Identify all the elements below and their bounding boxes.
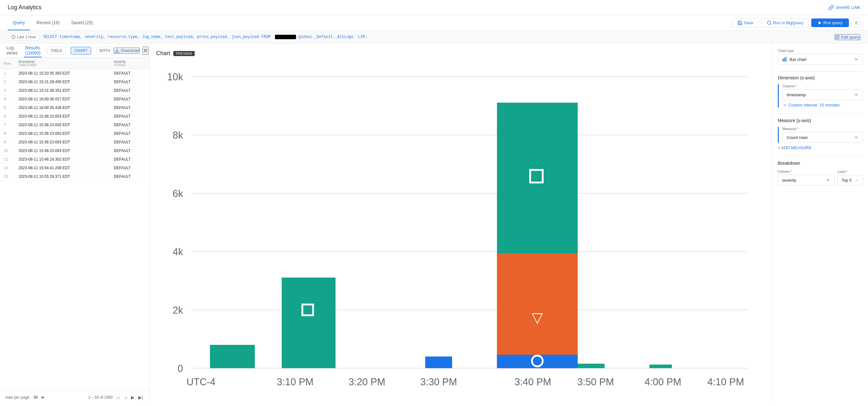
cell-severity: DEFAULT	[110, 121, 150, 129]
breakdown-column-label: Column *	[778, 169, 835, 174]
cell-row: 6	[0, 112, 15, 121]
download-button[interactable]: Download	[114, 48, 140, 54]
close-button[interactable]: ✕	[143, 46, 149, 55]
chart-type-label: Chart type	[778, 49, 863, 53]
rows-per-page-label: rows per page:	[5, 395, 30, 400]
dimension-title: Dimension (x-axis)	[778, 75, 863, 80]
chart-type-value: Bar chart	[789, 57, 806, 62]
dropdown-icon-4	[826, 178, 831, 183]
cell-timestamp: 2023-08-11 15:36:23.693 EDT	[15, 121, 110, 129]
share-link-button[interactable]: SHARE LINK	[828, 5, 860, 10]
tab-results[interactable]: Results (10000)	[24, 44, 42, 57]
main-layout: Log views Results (10000) TABLE CHART BO…	[0, 44, 868, 404]
view-tabs-left: Log views Results (10000) TABLE CHART BO…	[5, 44, 114, 57]
svg-text:▽: ▽	[532, 309, 543, 326]
tab-query[interactable]: Query	[8, 15, 30, 30]
measure-label: Measure *	[783, 127, 863, 131]
dropdown-icon	[854, 57, 859, 62]
tab-saved[interactable]: Saved (25)	[66, 15, 98, 30]
measure-select[interactable]: Count rows	[783, 132, 863, 143]
cell-severity: DEFAULT	[110, 103, 150, 112]
svg-text:10k: 10k	[167, 71, 183, 83]
query-text: SELECT timestamp, severity, resource.typ…	[43, 35, 831, 39]
cell-timestamp: 2023-08-11 15:36:23.693 EDT	[15, 112, 110, 121]
tab-both-button[interactable]: BOTH	[96, 47, 114, 55]
page-nav: 1 – 50 of 1000 |◀ ◀ ▶ ▶|	[88, 394, 144, 401]
svg-text:4:00 PM: 4:00 PM	[645, 376, 681, 387]
query-bar: Last 1 hour SELECT timestamp, severity, …	[0, 31, 868, 44]
cell-row: 2	[0, 78, 15, 86]
cell-row: 9	[0, 138, 15, 147]
cell-severity: DEFAULT	[110, 138, 150, 147]
table-row: 10 2023-08-11 15:36:23.693 EDT DEFAULT	[0, 147, 150, 155]
breakdown-limit-group: Limit * Top 5	[837, 170, 863, 185]
dimension-column-select[interactable]: timestamp	[783, 89, 863, 100]
cell-severity: DEFAULT	[110, 95, 150, 103]
svg-text:8k: 8k	[173, 130, 183, 141]
cell-severity: DEFAULT	[110, 164, 150, 173]
tabs-row: Query Recent (16) Saved (25) Save Run in…	[0, 15, 868, 31]
cell-severity: DEFAULT	[110, 129, 150, 138]
svg-text:3:20 PM: 3:20 PM	[349, 376, 385, 387]
cell-timestamp: 2023-08-11 15:54:41.208 EDT	[15, 164, 110, 173]
run-query-button[interactable]: Run query	[811, 19, 849, 27]
tab-log-views[interactable]: Log views	[5, 44, 19, 57]
table-row: 7 2023-08-11 15:36:23.693 EDT DEFAULT	[0, 121, 150, 129]
run-in-bigquery-button[interactable]: Run in BigQuery	[761, 18, 809, 28]
breakdown-column-select[interactable]: severity	[778, 175, 835, 185]
chevron-down-icon	[783, 103, 787, 107]
col-header-timestamp: timestamp TIMESTAMP	[15, 58, 110, 69]
time-badge[interactable]: Last 1 hour	[8, 33, 39, 41]
tabs-left: Query Recent (16) Saved (25)	[8, 15, 98, 30]
svg-text:4k: 4k	[173, 246, 183, 257]
tab-recent[interactable]: Recent (16)	[31, 15, 65, 30]
sort-icon	[854, 21, 858, 25]
cell-row: 12	[0, 164, 15, 173]
breakdown-limit-value: Top 5	[842, 178, 852, 183]
last-page-button[interactable]: ▶|	[137, 394, 144, 401]
svg-text:3:10 PM: 3:10 PM	[277, 376, 314, 387]
custom-interval-toggle[interactable]: Custom interval: 15 minutes	[783, 103, 863, 107]
preview-badge: PREVIEW	[173, 51, 195, 56]
chart-type-select[interactable]: Bar chart	[778, 54, 863, 65]
sort-button[interactable]	[851, 19, 860, 27]
col-header-row: Row	[0, 58, 15, 69]
save-button[interactable]: Save	[732, 18, 759, 28]
dropdown-icon-5	[855, 179, 859, 182]
table-row: 11 2023-08-11 15:46:18.302 EDT DEFAULT	[0, 155, 150, 164]
data-table-container: Row timestamp TIMESTAMP severity STRING …	[0, 58, 150, 391]
table-row: 6 2023-08-11 15:36:23.693 EDT DEFAULT	[0, 112, 150, 121]
first-page-button[interactable]: |◀	[114, 394, 121, 401]
cell-timestamp: 2023-08-11 16:00:36.027 EDT	[15, 95, 110, 103]
divider-2	[778, 114, 863, 114]
svg-text:UTC-4: UTC-4	[186, 376, 215, 387]
svg-rect-24	[282, 278, 336, 368]
measure-value: Count rows	[787, 135, 808, 140]
breakdown-column-value: severity	[782, 178, 796, 183]
svg-marker-2	[818, 21, 821, 25]
tab-chart-button[interactable]: CHART	[71, 47, 91, 55]
cell-timestamp: 2023-08-11 15:36:23.693 EDT	[15, 129, 110, 138]
table-row: 8 2023-08-11 15:36:23.693 EDT DEFAULT	[0, 129, 150, 138]
prev-page-button[interactable]: ◀	[122, 394, 128, 401]
table-row: 1 2023-08-11 15:20:35.393 EDT DEFAULT	[0, 69, 150, 78]
add-measure-button[interactable]: + ADD MEASURE	[778, 145, 863, 150]
divider-3	[778, 156, 863, 157]
edit-query-button[interactable]: Edit query	[835, 34, 860, 40]
divider-1	[778, 71, 863, 71]
breakdown-limit-select[interactable]: Top 5	[837, 175, 863, 185]
cell-severity: DEFAULT	[110, 155, 150, 164]
tab-table-button[interactable]: TABLE	[47, 47, 66, 55]
svg-point-0	[767, 21, 771, 25]
chart-type-section: Chart type Bar chart	[778, 49, 863, 65]
rows-per-page-select[interactable]: 50 100	[32, 395, 45, 400]
next-page-button[interactable]: ▶	[130, 394, 136, 401]
tabs-right: Save Run in BigQuery Run query	[732, 18, 860, 28]
cell-row: 3	[0, 86, 15, 95]
chart-title: Chart	[156, 50, 170, 57]
save-icon	[737, 21, 742, 26]
dimension-section: Dimension (x-axis) Column * timestamp Cu…	[778, 75, 863, 107]
cell-timestamp: 2023-08-11 16:00:35.436 EDT	[15, 103, 110, 112]
dimension-column-value: timestamp	[787, 92, 806, 97]
table-row: 3 2023-08-11 15:21:38.351 EDT DEFAULT	[0, 86, 150, 95]
